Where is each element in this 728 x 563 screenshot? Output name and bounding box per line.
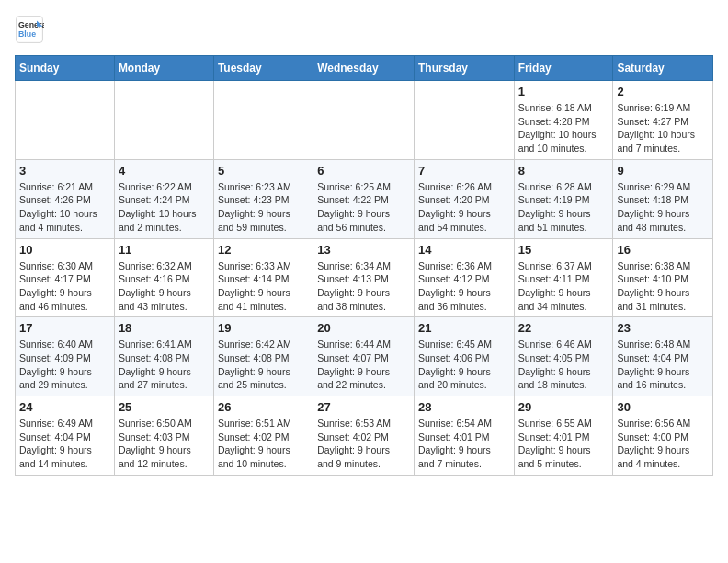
day-info: Sunrise: 6:23 AM Sunset: 4:23 PM Dayligh… [218, 180, 309, 235]
weekday-header-friday: Friday [514, 56, 613, 81]
day-number: 23 [617, 321, 709, 335]
day-info: Sunrise: 6:56 AM Sunset: 4:00 PM Dayligh… [617, 417, 709, 471]
weekday-header-tuesday: Tuesday [213, 56, 313, 81]
day-number: 22 [518, 321, 609, 335]
day-info: Sunrise: 6:51 AM Sunset: 4:02 PM Dayligh… [218, 417, 309, 471]
day-number: 21 [418, 321, 510, 335]
calendar-cell: 21Sunrise: 6:45 AM Sunset: 4:06 PM Dayli… [414, 317, 514, 396]
day-number: 3 [19, 164, 110, 178]
day-info: Sunrise: 6:53 AM Sunset: 4:02 PM Dayligh… [317, 417, 410, 471]
calendar-cell: 13Sunrise: 6:34 AM Sunset: 4:13 PM Dayli… [313, 238, 415, 317]
day-number: 16 [617, 243, 709, 257]
calendar-cell: 25Sunrise: 6:50 AM Sunset: 4:03 PM Dayli… [114, 396, 213, 476]
day-number: 25 [119, 400, 210, 414]
day-info: Sunrise: 6:22 AM Sunset: 4:24 PM Dayligh… [119, 180, 210, 235]
week-row-5: 24Sunrise: 6:49 AM Sunset: 4:04 PM Dayli… [16, 396, 713, 476]
calendar-cell: 4Sunrise: 6:22 AM Sunset: 4:24 PM Daylig… [114, 159, 213, 238]
day-number: 6 [317, 164, 410, 178]
calendar-cell: 7Sunrise: 6:26 AM Sunset: 4:20 PM Daylig… [414, 159, 514, 238]
calendar-cell: 19Sunrise: 6:42 AM Sunset: 4:08 PM Dayli… [213, 317, 313, 396]
day-info: Sunrise: 6:55 AM Sunset: 4:01 PM Dayligh… [518, 417, 609, 471]
week-row-3: 10Sunrise: 6:30 AM Sunset: 4:17 PM Dayli… [16, 238, 713, 317]
day-info: Sunrise: 6:54 AM Sunset: 4:01 PM Dayligh… [418, 417, 510, 471]
day-number: 18 [119, 321, 210, 335]
day-info: Sunrise: 6:50 AM Sunset: 4:03 PM Dayligh… [119, 417, 210, 471]
day-number: 17 [19, 321, 110, 335]
week-row-1: 1Sunrise: 6:18 AM Sunset: 4:28 PM Daylig… [16, 81, 713, 160]
calendar-cell: 6Sunrise: 6:25 AM Sunset: 4:22 PM Daylig… [313, 159, 415, 238]
day-info: Sunrise: 6:19 AM Sunset: 4:27 PM Dayligh… [617, 101, 709, 155]
day-info: Sunrise: 6:38 AM Sunset: 4:10 PM Dayligh… [617, 259, 709, 314]
day-info: Sunrise: 6:45 AM Sunset: 4:06 PM Dayligh… [418, 338, 510, 392]
day-info: Sunrise: 6:33 AM Sunset: 4:14 PM Dayligh… [218, 259, 309, 314]
day-info: Sunrise: 6:26 AM Sunset: 4:20 PM Dayligh… [418, 180, 510, 235]
calendar-cell: 28Sunrise: 6:54 AM Sunset: 4:01 PM Dayli… [414, 396, 514, 476]
calendar-cell: 16Sunrise: 6:38 AM Sunset: 4:10 PM Dayli… [613, 238, 713, 317]
calendar-cell: 11Sunrise: 6:32 AM Sunset: 4:16 PM Dayli… [114, 238, 213, 317]
weekday-header-monday: Monday [114, 56, 213, 81]
calendar-cell: 3Sunrise: 6:21 AM Sunset: 4:26 PM Daylig… [16, 159, 115, 238]
logo-icon: General Blue [15, 15, 44, 44]
day-info: Sunrise: 6:48 AM Sunset: 4:04 PM Dayligh… [617, 338, 709, 392]
calendar-cell: 5Sunrise: 6:23 AM Sunset: 4:23 PM Daylig… [213, 159, 313, 238]
day-info: Sunrise: 6:34 AM Sunset: 4:13 PM Dayligh… [317, 259, 410, 314]
day-info: Sunrise: 6:44 AM Sunset: 4:07 PM Dayligh… [317, 338, 410, 392]
day-info: Sunrise: 6:29 AM Sunset: 4:18 PM Dayligh… [617, 180, 709, 235]
calendar-cell: 8Sunrise: 6:28 AM Sunset: 4:19 PM Daylig… [514, 159, 613, 238]
calendar-cell: 18Sunrise: 6:41 AM Sunset: 4:08 PM Dayli… [114, 317, 213, 396]
calendar-header: SundayMondayTuesdayWednesdayThursdayFrid… [16, 56, 713, 81]
day-number: 30 [617, 400, 709, 414]
day-number: 20 [317, 321, 410, 335]
day-info: Sunrise: 6:41 AM Sunset: 4:08 PM Dayligh… [119, 338, 210, 392]
day-info: Sunrise: 6:40 AM Sunset: 4:09 PM Dayligh… [19, 338, 110, 392]
day-number: 10 [19, 243, 110, 257]
day-number: 4 [119, 164, 210, 178]
calendar-cell: 30Sunrise: 6:56 AM Sunset: 4:00 PM Dayli… [613, 396, 713, 476]
calendar-cell [313, 81, 415, 160]
calendar-cell: 2Sunrise: 6:19 AM Sunset: 4:27 PM Daylig… [613, 81, 713, 160]
day-number: 12 [218, 243, 309, 257]
calendar-cell: 20Sunrise: 6:44 AM Sunset: 4:07 PM Dayli… [313, 317, 415, 396]
day-info: Sunrise: 6:49 AM Sunset: 4:04 PM Dayligh… [19, 417, 110, 471]
calendar-cell: 9Sunrise: 6:29 AM Sunset: 4:18 PM Daylig… [613, 159, 713, 238]
day-number: 24 [19, 400, 110, 414]
calendar-cell: 29Sunrise: 6:55 AM Sunset: 4:01 PM Dayli… [514, 396, 613, 476]
week-row-4: 17Sunrise: 6:40 AM Sunset: 4:09 PM Dayli… [16, 317, 713, 396]
day-number: 19 [218, 321, 309, 335]
day-info: Sunrise: 6:18 AM Sunset: 4:28 PM Dayligh… [518, 101, 609, 155]
calendar-cell [114, 81, 213, 160]
day-number: 11 [119, 243, 210, 257]
weekday-header-wednesday: Wednesday [313, 56, 415, 81]
weekday-header-sunday: Sunday [16, 56, 115, 81]
calendar-cell [16, 81, 115, 160]
calendar-cell [414, 81, 514, 160]
day-info: Sunrise: 6:36 AM Sunset: 4:12 PM Dayligh… [418, 259, 510, 314]
week-row-2: 3Sunrise: 6:21 AM Sunset: 4:26 PM Daylig… [16, 159, 713, 238]
day-number: 7 [418, 164, 510, 178]
day-number: 14 [418, 243, 510, 257]
day-info: Sunrise: 6:30 AM Sunset: 4:17 PM Dayligh… [19, 259, 110, 314]
day-number: 1 [518, 85, 609, 98]
page-header: General Blue [15, 15, 713, 44]
day-info: Sunrise: 6:37 AM Sunset: 4:11 PM Dayligh… [518, 259, 609, 314]
svg-text:Blue: Blue [18, 29, 36, 39]
day-number: 8 [518, 164, 609, 178]
calendar-cell: 27Sunrise: 6:53 AM Sunset: 4:02 PM Dayli… [313, 396, 415, 476]
day-info: Sunrise: 6:28 AM Sunset: 4:19 PM Dayligh… [518, 180, 609, 235]
day-number: 15 [518, 243, 609, 257]
day-info: Sunrise: 6:46 AM Sunset: 4:05 PM Dayligh… [518, 338, 609, 392]
calendar: SundayMondayTuesdayWednesdayThursdayFrid… [15, 55, 713, 476]
day-number: 2 [617, 85, 709, 98]
calendar-cell: 15Sunrise: 6:37 AM Sunset: 4:11 PM Dayli… [514, 238, 613, 317]
day-info: Sunrise: 6:25 AM Sunset: 4:22 PM Dayligh… [317, 180, 410, 235]
calendar-cell: 1Sunrise: 6:18 AM Sunset: 4:28 PM Daylig… [514, 81, 613, 160]
weekday-header-saturday: Saturday [613, 56, 713, 81]
calendar-cell: 17Sunrise: 6:40 AM Sunset: 4:09 PM Dayli… [16, 317, 115, 396]
calendar-cell: 23Sunrise: 6:48 AM Sunset: 4:04 PM Dayli… [613, 317, 713, 396]
day-number: 13 [317, 243, 410, 257]
calendar-cell: 14Sunrise: 6:36 AM Sunset: 4:12 PM Dayli… [414, 238, 514, 317]
day-number: 9 [617, 164, 709, 178]
weekday-header-thursday: Thursday [414, 56, 514, 81]
calendar-cell: 24Sunrise: 6:49 AM Sunset: 4:04 PM Dayli… [16, 396, 115, 476]
calendar-cell: 26Sunrise: 6:51 AM Sunset: 4:02 PM Dayli… [213, 396, 313, 476]
